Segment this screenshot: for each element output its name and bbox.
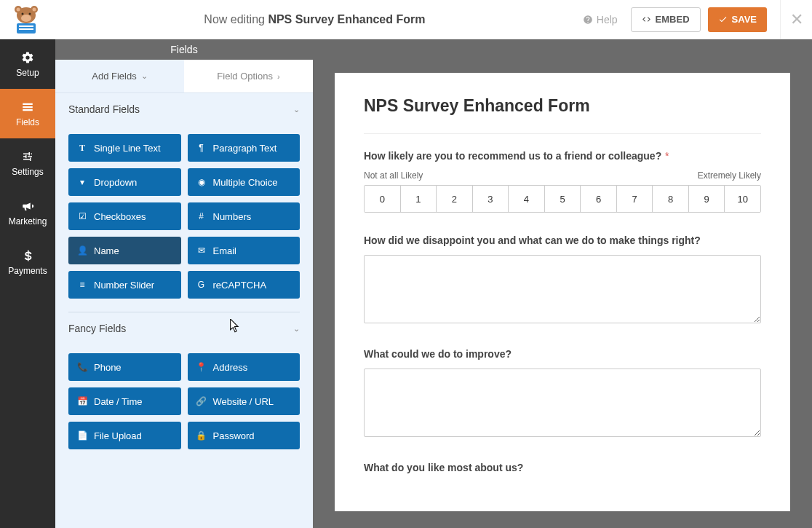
q3-label: What could we do to improve? — [364, 348, 761, 360]
nav-marketing[interactable]: Marketing — [0, 188, 55, 237]
scale-low-label: Not at all Likely — [364, 170, 423, 181]
svg-point-5 — [21, 15, 31, 22]
field-label: Paragraph Text — [213, 143, 277, 154]
chevron-down-icon: ⌄ — [141, 71, 148, 81]
field-label: Name — [94, 245, 119, 256]
group-fancy-fields[interactable]: Fancy Fields ⌄ — [55, 312, 313, 344]
scale-option-1[interactable]: 1 — [401, 186, 437, 212]
lock-icon: 🔒 — [196, 430, 207, 441]
field-website-url[interactable]: 🔗Website / URL — [188, 387, 300, 415]
help-link[interactable]: Help — [583, 14, 618, 25]
form-preview-area: NPS Survey Enhanced Form How likely are … — [313, 39, 812, 528]
field-label: Phone — [94, 362, 122, 373]
field-multiple-choice[interactable]: ◉Multiple Choice — [188, 168, 300, 196]
field-label: Checkboxes — [94, 211, 146, 222]
app-logo — [6, 0, 47, 39]
scale-option-8[interactable]: 8 — [653, 186, 689, 212]
caret-square-icon: ▾ — [77, 177, 87, 187]
field-paragraph-text[interactable]: ¶Paragraph Text — [188, 134, 300, 162]
user-icon: 👤 — [77, 245, 87, 256]
scale-high-label: Extremely Likely — [698, 170, 761, 181]
preview-form-title: NPS Survey Enhanced Form — [364, 96, 761, 116]
field-label: Email — [213, 245, 237, 256]
editing-title: Now editing NPS Survey Enhanced Form — [47, 13, 583, 26]
bullhorn-icon — [21, 200, 34, 213]
chevron-right-icon: › — [277, 72, 280, 81]
field-file-upload[interactable]: 📄File Upload — [68, 422, 181, 449]
field-label: Website / URL — [213, 396, 274, 407]
help-icon — [583, 15, 593, 25]
field-number-slider[interactable]: ≡Number Slider — [68, 271, 181, 299]
field-label: Single Line Text — [94, 143, 161, 154]
left-nav: Setup Fields Settings Marketing Payments — [0, 39, 55, 528]
check-icon — [718, 15, 728, 24]
scale-option-9[interactable]: 9 — [689, 186, 725, 212]
scale-option-2[interactable]: 2 — [437, 186, 473, 212]
required-star: * — [662, 150, 669, 162]
field-label: reCAPTCHA — [213, 280, 267, 291]
code-icon — [642, 15, 651, 24]
sliders-icon — [21, 150, 34, 163]
sliders-h-icon: ≡ — [77, 280, 87, 290]
hash-icon: # — [196, 211, 207, 221]
fields-sidebar: Fields Add Fields⌄ Field Options› Standa… — [55, 39, 313, 528]
embed-button[interactable]: EMBED — [631, 7, 701, 32]
tab-field-options[interactable]: Field Options› — [184, 60, 313, 92]
text-icon: 𝐓 — [77, 143, 87, 153]
nav-fields[interactable]: Fields — [0, 89, 55, 138]
q2-textarea[interactable] — [364, 255, 761, 323]
q1-label: How likely are you to recommend us to a … — [364, 150, 761, 162]
svg-point-7 — [29, 12, 31, 15]
list-icon — [21, 101, 34, 114]
scale-option-3[interactable]: 3 — [473, 186, 509, 212]
svg-point-3 — [17, 7, 20, 11]
group-standard-fields[interactable]: Standard Fields ⌄ — [55, 93, 313, 125]
scale-option-5[interactable]: 5 — [545, 186, 581, 212]
q4-label: What do you like most about us? — [364, 462, 761, 473]
nav-settings[interactable]: Settings — [0, 138, 55, 188]
chevron-down-icon: ⌄ — [293, 105, 300, 114]
field-label: Dropdown — [94, 177, 137, 188]
google-g-icon: G — [196, 280, 207, 290]
scale-option-4[interactable]: 4 — [509, 186, 545, 212]
field-recaptcha[interactable]: GreCAPTCHA — [188, 271, 300, 299]
chevron-down-icon: ⌄ — [293, 324, 300, 334]
gear-icon — [21, 51, 34, 64]
field-dropdown[interactable]: ▾Dropdown — [68, 168, 181, 196]
svg-rect-10 — [19, 28, 33, 30]
field-password[interactable]: 🔒Password — [188, 422, 300, 449]
close-button[interactable]: ✕ — [780, 0, 812, 39]
field-email[interactable]: ✉Email — [188, 237, 300, 264]
check-square-icon: ☑ — [77, 211, 87, 221]
save-button[interactable]: SAVE — [708, 7, 767, 32]
sidebar-header: Fields — [55, 39, 313, 60]
field-name[interactable]: 👤Name — [68, 237, 181, 264]
envelope-icon: ✉ — [196, 245, 207, 256]
link-icon: 🔗 — [196, 396, 207, 406]
scale-option-0[interactable]: 0 — [365, 186, 401, 212]
field-single-line-text[interactable]: 𝐓Single Line Text — [68, 134, 181, 162]
field-label: Number Slider — [94, 280, 154, 291]
nav-setup[interactable]: Setup — [0, 39, 55, 89]
field-phone[interactable]: 📞Phone — [68, 353, 181, 381]
field-label: Address — [213, 362, 248, 373]
field-date-time[interactable]: 📅Date / Time — [68, 387, 181, 415]
field-label: Date / Time — [94, 396, 142, 407]
field-checkboxes[interactable]: ☑Checkboxes — [68, 202, 181, 230]
field-label: File Upload — [94, 430, 142, 441]
map-marker-icon: 📍 — [196, 362, 207, 372]
svg-rect-9 — [19, 25, 33, 27]
field-address[interactable]: 📍Address — [188, 353, 300, 381]
scale-option-7[interactable]: 7 — [617, 186, 653, 212]
q3-textarea[interactable] — [364, 369, 761, 437]
svg-point-6 — [22, 12, 24, 15]
scale-option-6[interactable]: 6 — [581, 186, 617, 212]
svg-point-4 — [33, 7, 36, 11]
field-label: Password — [213, 430, 255, 441]
nav-payments[interactable]: Payments — [0, 237, 55, 287]
tab-add-fields[interactable]: Add Fields⌄ — [55, 60, 184, 92]
scale-option-10[interactable]: 10 — [725, 186, 760, 212]
field-label: Multiple Choice — [213, 177, 278, 188]
paragraph-icon: ¶ — [196, 143, 207, 153]
field-numbers[interactable]: #Numbers — [188, 202, 300, 230]
